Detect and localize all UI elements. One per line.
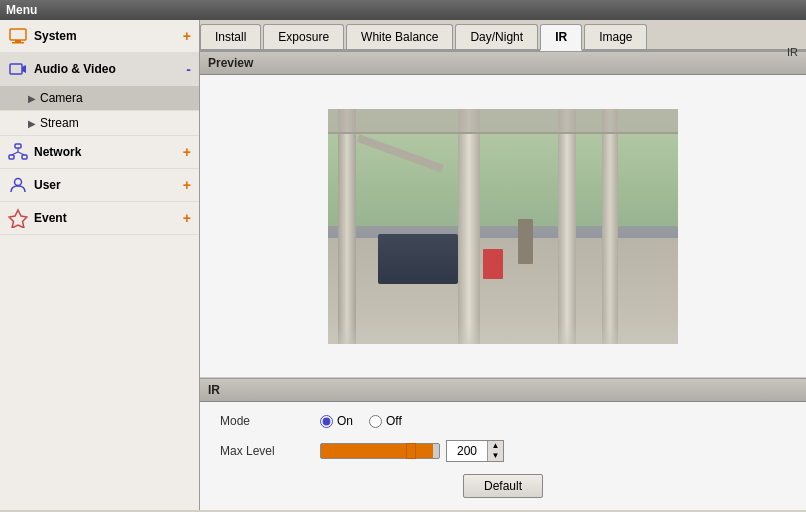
main-layout: System + Audio & Video - ▶ Camera ▶ Stre…	[0, 20, 806, 510]
svg-rect-0	[10, 29, 26, 40]
svg-point-11	[15, 179, 22, 186]
system-icon	[8, 26, 28, 46]
mode-setting-row: Mode On Off	[220, 414, 786, 428]
max-level-slider[interactable]	[320, 443, 440, 459]
max-level-input[interactable]: 200	[447, 441, 487, 461]
svg-rect-1	[15, 40, 21, 42]
sidebar-item-av[interactable]: Audio & Video -	[0, 53, 199, 86]
sidebar-av-expand[interactable]: -	[186, 61, 191, 77]
preview-area	[200, 75, 806, 377]
content-area: Install Exposure White Balance Day/Night…	[200, 20, 806, 510]
stream-arrow-icon: ▶	[28, 118, 36, 129]
mode-off-radio[interactable]	[369, 415, 382, 428]
title-bar: Menu	[0, 0, 806, 20]
default-btn-row: Default	[220, 474, 786, 498]
tab-corner-label: IR	[787, 46, 798, 58]
sidebar-system-expand[interactable]: +	[183, 28, 191, 44]
mode-on-option[interactable]: On	[320, 414, 353, 428]
ir-panel: IR Mode On Off	[200, 377, 806, 510]
menu-title: Menu	[6, 3, 37, 17]
svg-rect-2	[12, 42, 24, 44]
tab-white-balance[interactable]: White Balance	[346, 24, 453, 49]
mode-label: Mode	[220, 414, 320, 428]
mode-radio-group: On Off	[320, 414, 402, 428]
tab-exposure[interactable]: Exposure	[263, 24, 344, 49]
svg-rect-3	[10, 64, 22, 74]
spinbox-up-button[interactable]: ▲	[487, 441, 503, 451]
ir-settings: Mode On Off Max Level	[200, 402, 806, 510]
mode-on-label: On	[337, 414, 353, 428]
preview-section-header: Preview	[200, 51, 806, 75]
preview-image	[328, 109, 678, 344]
tabs-container: Install Exposure White Balance Day/Night…	[200, 20, 806, 51]
svg-rect-7	[22, 155, 27, 159]
sidebar-item-system[interactable]: System +	[0, 20, 199, 53]
mode-on-radio[interactable]	[320, 415, 333, 428]
sidebar-sub-stream[interactable]: ▶ Stream	[0, 111, 199, 136]
preview-scene	[328, 109, 678, 344]
ir-section-header: IR	[200, 378, 806, 402]
tabs-bar: Install Exposure White Balance Day/Night…	[200, 20, 806, 51]
network-icon	[8, 142, 28, 162]
max-level-row: Max Level 200 ▲ ▼	[220, 440, 786, 462]
sidebar-stream-label: Stream	[40, 116, 79, 130]
max-level-label: Max Level	[220, 444, 320, 458]
svg-rect-5	[15, 144, 21, 148]
av-icon	[8, 59, 28, 79]
sidebar-network-label: Network	[34, 145, 183, 159]
max-level-slider-container: 200 ▲ ▼	[320, 440, 504, 462]
sidebar-camera-label: Camera	[40, 91, 83, 105]
svg-line-9	[12, 152, 19, 155]
sidebar-event-label: Event	[34, 211, 183, 225]
camera-arrow-icon: ▶	[28, 93, 36, 104]
sidebar-event-expand[interactable]: +	[183, 210, 191, 226]
sidebar-network-expand[interactable]: +	[183, 144, 191, 160]
mode-off-option[interactable]: Off	[369, 414, 402, 428]
tab-image[interactable]: Image	[584, 24, 647, 49]
default-button[interactable]: Default	[463, 474, 543, 498]
sidebar: System + Audio & Video - ▶ Camera ▶ Stre…	[0, 20, 200, 510]
sidebar-sub-camera[interactable]: ▶ Camera	[0, 86, 199, 111]
event-icon	[8, 208, 28, 228]
user-icon	[8, 175, 28, 195]
sidebar-system-label: System	[34, 29, 183, 43]
sidebar-user-label: User	[34, 178, 183, 192]
sidebar-av-label: Audio & Video	[34, 62, 186, 76]
tab-day-night[interactable]: Day/Night	[455, 24, 538, 49]
max-level-spinbox: 200 ▲ ▼	[446, 440, 504, 462]
sidebar-user-expand[interactable]: +	[183, 177, 191, 193]
tab-install[interactable]: Install	[200, 24, 261, 49]
svg-marker-12	[9, 210, 27, 228]
svg-line-10	[18, 152, 25, 155]
sidebar-item-user[interactable]: User +	[0, 169, 199, 202]
tab-ir[interactable]: IR	[540, 24, 582, 51]
sidebar-item-event[interactable]: Event +	[0, 202, 199, 235]
spinbox-buttons: ▲ ▼	[487, 441, 503, 461]
sidebar-item-network[interactable]: Network +	[0, 136, 199, 169]
spinbox-down-button[interactable]: ▼	[487, 451, 503, 461]
mode-off-label: Off	[386, 414, 402, 428]
svg-rect-6	[9, 155, 14, 159]
